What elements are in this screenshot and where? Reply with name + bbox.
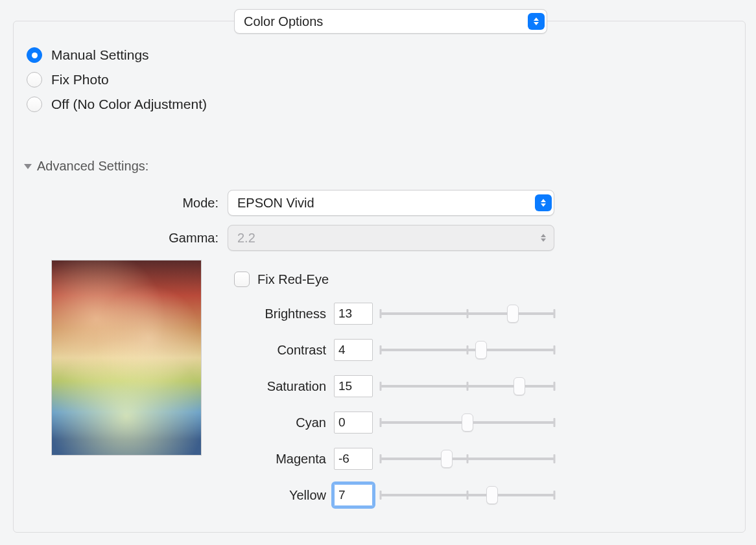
contrast-slider[interactable] bbox=[381, 342, 554, 358]
mode-select[interactable]: EPSON Vivid bbox=[228, 190, 554, 216]
updown-icon bbox=[528, 13, 545, 30]
radio-icon bbox=[27, 97, 42, 112]
advanced-settings-label: Advanced Settings: bbox=[37, 159, 148, 174]
saturation-slider[interactable] bbox=[381, 378, 554, 394]
yellow-label: Yellow bbox=[242, 488, 326, 503]
saturation-input[interactable] bbox=[334, 375, 373, 397]
contrast-label: Contrast bbox=[242, 343, 326, 358]
contrast-input[interactable] bbox=[334, 339, 373, 361]
contrast-row: Contrast bbox=[242, 339, 554, 361]
yellow-input[interactable] bbox=[334, 484, 373, 506]
radio-off[interactable]: Off (No Color Adjustment) bbox=[27, 97, 207, 112]
mode-select-value: EPSON Vivid bbox=[237, 196, 314, 211]
radio-label: Manual Settings bbox=[51, 47, 149, 63]
mode-radio-group: Manual Settings Fix Photo Off (No Color … bbox=[27, 47, 207, 112]
magenta-label: Magenta bbox=[242, 452, 326, 467]
magenta-row: Magenta bbox=[242, 448, 554, 470]
cyan-input[interactable] bbox=[334, 412, 373, 434]
fix-red-eye-checkbox[interactable]: Fix Red-Eye bbox=[234, 272, 329, 287]
yellow-slider[interactable] bbox=[381, 487, 554, 503]
preview-image bbox=[51, 260, 202, 456]
brightness-input[interactable] bbox=[334, 303, 373, 325]
yellow-row: Yellow bbox=[242, 484, 554, 506]
advanced-settings-disclosure[interactable]: Advanced Settings: bbox=[24, 159, 148, 174]
gamma-label: Gamma: bbox=[14, 231, 228, 246]
color-options-panel: Color Options Manual Settings Fix Photo … bbox=[13, 21, 746, 533]
radio-label: Off (No Color Adjustment) bbox=[51, 97, 207, 112]
gamma-select-value: 2.2 bbox=[237, 231, 255, 246]
magenta-slider[interactable] bbox=[381, 451, 554, 467]
updown-icon bbox=[535, 194, 552, 211]
section-select-value: Color Options bbox=[244, 14, 323, 29]
checkbox-icon bbox=[234, 272, 250, 287]
saturation-label: Saturation bbox=[242, 379, 326, 394]
radio-manual-settings[interactable]: Manual Settings bbox=[27, 47, 207, 63]
brightness-slider[interactable] bbox=[381, 306, 554, 321]
brightness-label: Brightness bbox=[242, 307, 326, 321]
radio-icon bbox=[27, 47, 42, 63]
cyan-label: Cyan bbox=[242, 415, 326, 430]
cyan-slider[interactable] bbox=[381, 415, 554, 430]
fix-red-eye-label: Fix Red-Eye bbox=[257, 272, 329, 287]
chevron-down-icon bbox=[24, 164, 32, 169]
saturation-row: Saturation bbox=[242, 375, 554, 397]
radio-icon bbox=[27, 72, 42, 87]
updown-icon bbox=[535, 229, 552, 246]
section-select[interactable]: Color Options bbox=[234, 9, 547, 34]
radio-label: Fix Photo bbox=[51, 72, 109, 87]
mode-label: Mode: bbox=[14, 196, 228, 211]
cyan-row: Cyan bbox=[242, 412, 554, 434]
radio-fix-photo[interactable]: Fix Photo bbox=[27, 72, 207, 87]
brightness-row: Brightness bbox=[242, 303, 554, 325]
gamma-select: 2.2 bbox=[228, 225, 554, 251]
magenta-input[interactable] bbox=[334, 448, 373, 470]
